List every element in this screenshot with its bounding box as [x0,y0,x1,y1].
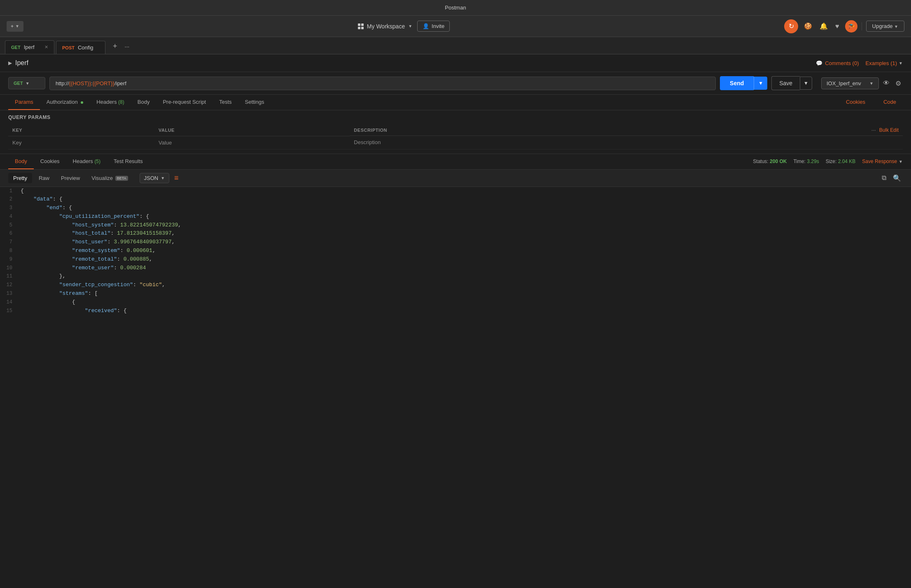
tab-params-label: Params [15,99,33,105]
format-tab-raw[interactable]: Raw [34,173,54,183]
tab-settings[interactable]: Settings [238,95,271,110]
format-raw-label: Raw [39,175,49,181]
url-port: {{PORT}} [93,80,114,86]
upgrade-button[interactable]: Upgrade ▼ [866,21,904,32]
body-copy-button[interactable]: ⧉ [880,173,888,183]
save-button[interactable]: Save [771,76,800,90]
tab-post-config[interactable]: POST Config [56,41,105,54]
request-name-section: ▶ Iperf [8,59,28,67]
json-body: 1{2 "data": {3 "end": {4 "cpu_utilizatio… [0,187,911,315]
resp-tab-cookies[interactable]: Cookies [34,154,66,169]
env-select-button[interactable]: IOX_Iperf_env ▼ [821,77,879,89]
tab-get-iperf[interactable]: GET Iperf ✕ [5,40,54,54]
format-action-button[interactable]: ≡ [171,172,182,184]
invite-label: Invite [432,23,444,29]
send-button[interactable]: Send [720,76,754,90]
avatar-button[interactable]: 🪂 [845,20,857,33]
search-icon: 🔍 [893,175,901,182]
param-key-cell[interactable]: Key [8,136,154,149]
cookie-icon-button[interactable]: 🍪 [802,21,814,32]
json-line: 7 "host_user": 3.9967648409037797, [0,238,911,247]
params-more-button[interactable]: ··· [871,127,876,133]
param-value-cell[interactable]: Value [154,136,350,149]
resp-tab-test-results[interactable]: Test Results [107,154,149,169]
tab-tests[interactable]: Tests [213,95,238,110]
resp-tab-headers[interactable]: Headers (5) [66,154,107,169]
format-visualize-label: Visualize [91,175,113,181]
save-dropdown-button[interactable]: ▼ [800,77,812,90]
more-tabs-button[interactable]: ··· [122,42,132,51]
sync-button[interactable]: ↻ [784,19,798,33]
notification-icon-button[interactable]: 🔔 [818,21,829,32]
tab-authorization[interactable]: Authorization [40,95,90,110]
bulk-edit-button[interactable]: Bulk Edit [879,127,899,133]
tab-cookies[interactable]: Cookies [839,95,872,110]
workspace-button[interactable]: My Workspace ▼ [358,23,412,30]
invite-icon: 👤 [423,23,429,29]
method-select[interactable]: GET ▼ [8,77,45,89]
tab-settings-label: Settings [245,99,264,105]
url-prefix: http:// [56,80,69,86]
format-pretty-label: Pretty [13,175,27,181]
line-content: "host_system": 13.822145074792239, [21,221,911,230]
format-tab-visualize[interactable]: Visualize BETA [86,173,133,183]
send-dropdown-button[interactable]: ▼ [754,77,767,90]
body-format-right: ⧉ 🔍 [880,173,903,184]
env-name: IOX_Iperf_env [827,80,861,86]
tab-close-button[interactable]: ✕ [44,44,48,50]
json-line: 10 "remote_user": 0.000284 [0,264,911,273]
line-content: "sender_tcp_congestion": "cubic", [21,281,911,289]
resp-tab-body[interactable]: Body [8,154,34,169]
tab-pre-request[interactable]: Pre-request Script [156,95,213,110]
env-eye-button[interactable]: 👁 [881,78,891,89]
tab-code[interactable]: Code [877,95,903,110]
format-tab-preview[interactable]: Preview [56,173,85,183]
new-chevron: ▼ [15,24,19,28]
env-selector: IOX_Iperf_env ▼ 👁 ⚙ [821,77,903,89]
tab-body[interactable]: Body [131,95,157,110]
size-value: 2.04 KB [838,159,856,164]
json-line: 12 "sender_tcp_congestion": "cubic", [0,281,911,289]
line-number: 2 [0,196,21,203]
response-tabs-bar: Body Cookies Headers (5) Test Results St… [0,154,911,170]
format-type-select[interactable]: JSON ▼ [140,173,170,183]
bulk-edit-label: Bulk Edit [879,127,899,133]
body-search-button[interactable]: 🔍 [891,173,903,184]
line-content: "remote_system": 0.000601, [21,247,911,255]
env-settings-button[interactable]: ⚙ [894,78,903,89]
param-description-cell[interactable]: Description [350,136,903,149]
save-response-button[interactable]: Save Response ▼ [862,159,903,164]
line-number: 12 [0,281,21,289]
comments-label: Comments (0) [825,60,859,66]
heart-icon-button[interactable]: ♥ [834,21,841,32]
beta-badge: BETA [115,176,128,181]
url-input-display[interactable]: http://{{HOST}}:{{PORT}}/iperf [49,77,716,90]
tab-headers[interactable]: Headers (8) [90,95,131,110]
tab-name-config: Config [78,44,93,51]
json-line: 13 "streams": [ [0,289,911,298]
line-number: 3 [0,204,21,212]
status-value: 200 OK [770,159,787,164]
examples-button[interactable]: Examples (1) ▼ [866,60,903,66]
request-name-actions: 💬 Comments (0) Examples (1) ▼ [816,60,903,66]
line-number: 15 [0,307,21,315]
new-button[interactable]: + ▼ [7,21,23,32]
tab-method-post: POST [62,45,75,50]
status-label: Status: 200 OK [753,159,787,164]
format-tab-pretty[interactable]: Pretty [8,173,32,183]
tab-params[interactable]: Params [8,95,40,110]
line-number: 14 [0,299,21,306]
new-tab-button[interactable]: + [110,41,120,51]
line-content: "data": { [21,195,911,204]
copy-icon: ⧉ [882,174,886,181]
comments-button[interactable]: 💬 Comments (0) [816,60,859,66]
sync-icon: ↻ [789,22,794,30]
workspace-name: My Workspace [367,23,405,30]
gear-icon: ⚙ [895,80,901,87]
nav-center: My Workspace ▼ 👤 Invite [30,21,778,32]
format-preview-label: Preview [61,175,80,181]
time-value: 3.29s [807,159,819,164]
tab-name-iperf: Iperf [24,44,35,50]
invite-button[interactable]: 👤 Invite [417,21,450,32]
resp-tab-cookies-label: Cookies [40,158,60,164]
